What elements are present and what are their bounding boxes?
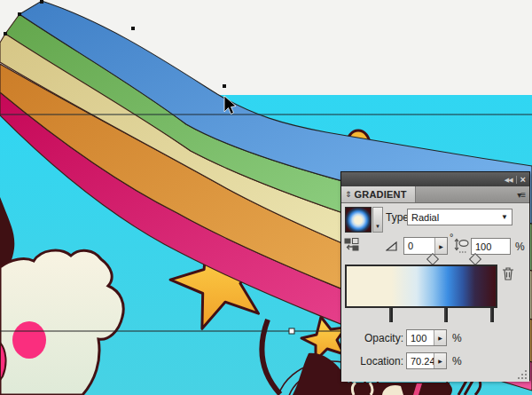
location-label: Location: <box>341 355 403 367</box>
collapse-to-icons-icon[interactable]: ◀◀ <box>505 177 512 183</box>
reverse-gradient-button[interactable] <box>344 237 359 255</box>
panel-title: GRADIENT <box>355 189 407 200</box>
opacity-input[interactable]: 100 ▶ <box>406 329 447 346</box>
chevron-down-icon[interactable]: ▼ <box>497 213 512 221</box>
tab-gradient[interactable]: ⇕ GRADIENT <box>341 186 416 202</box>
panel-tabstrip: ⇕ GRADIENT ▾≡ <box>341 186 529 203</box>
location-input[interactable]: 70.24 ▶ <box>406 352 447 369</box>
gradient-midpoint-2[interactable] <box>469 253 481 265</box>
gradient-swatch-thumbnail[interactable] <box>345 207 372 233</box>
panel-body: ▼ Type: Radial ▼ <box>341 203 529 382</box>
location-value: 70.24 <box>407 356 434 367</box>
location-percent-symbol: % <box>452 355 462 367</box>
gradient-stop-selected[interactable] <box>444 309 456 324</box>
delete-stop-button[interactable] <box>502 266 514 283</box>
gradient-midpoint-1[interactable] <box>426 253 439 265</box>
angle-value: 0 <box>404 241 434 251</box>
spinner-arrow-icon[interactable]: ▶ <box>434 330 446 345</box>
anchor-point-selected[interactable] <box>289 328 294 334</box>
gradient-panel[interactable]: ◀◀ × ⇕ GRADIENT ▾≡ ▼ Type: Radial ▼ <box>340 171 530 381</box>
flower-center[interactable] <box>12 321 46 359</box>
gradient-stop-start[interactable] <box>389 309 401 324</box>
aspect-percent-symbol: % <box>515 241 525 253</box>
gradient-presets-dropdown[interactable]: ▼ <box>372 207 383 233</box>
opacity-label: Opacity: <box>341 332 403 344</box>
panel-titlebar[interactable]: ◀◀ × <box>341 172 529 186</box>
illustrator-workspace: ◀◀ × ⇕ GRADIENT ▾≡ ▼ Type: Radial ▼ <box>0 0 532 395</box>
panel-resize-grip[interactable] <box>519 371 527 379</box>
spinner-arrow-icon[interactable]: ▶ <box>434 353 446 368</box>
aspect-ratio-value: 100 <box>472 241 510 252</box>
opacity-percent-symbol: % <box>452 332 462 344</box>
aspect-ratio-icon <box>454 237 469 257</box>
tabstrip-spacer: ▾≡ <box>416 186 529 202</box>
titlebar-divider <box>516 176 517 184</box>
panel-menu-icon[interactable]: ▾≡ <box>517 190 525 200</box>
close-panel-icon[interactable]: × <box>520 175 526 185</box>
type-select[interactable]: Radial ▼ <box>407 209 512 225</box>
gradient-slider-bar[interactable] <box>345 265 497 308</box>
angle-icon <box>386 241 397 254</box>
opacity-value: 100 <box>407 333 434 344</box>
trash-icon <box>502 266 514 280</box>
degree-symbol: ° <box>450 232 453 242</box>
type-value: Radial <box>408 212 497 223</box>
aspect-ratio-input[interactable]: 100 <box>471 238 511 255</box>
angle-input[interactable]: 0 ▶ <box>403 237 448 255</box>
chevron-down-icon: ▼ <box>375 224 380 229</box>
cycle-panel-icon[interactable]: ⇕ <box>345 190 352 199</box>
gradient-stop-end[interactable] <box>490 309 502 324</box>
spinner-arrow-icon[interactable]: ▶ <box>434 238 447 254</box>
reverse-gradient-icon <box>344 237 359 252</box>
